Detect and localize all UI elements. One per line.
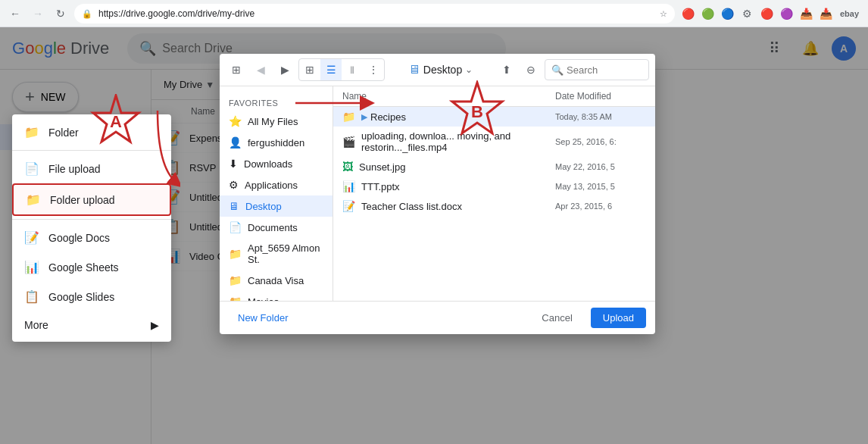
picker-search-box[interactable]: 🔍 bbox=[545, 59, 649, 80]
picker-back-button[interactable]: ◀ bbox=[250, 59, 271, 80]
google-slides-icon: 📋 bbox=[24, 289, 39, 304]
picker-sidebar-label-downloads: Downloads bbox=[244, 158, 292, 170]
dropdown-item-folder-upload[interactable]: 📁 Folder upload bbox=[12, 183, 171, 216]
picker-location-chevron: ⌄ bbox=[465, 64, 473, 75]
back-button[interactable]: ← bbox=[6, 5, 24, 23]
dropdown-divider-1 bbox=[12, 150, 171, 151]
annotation-b-label: B bbox=[471, 102, 483, 122]
picker-sidebar-documents[interactable]: 📄 Documents bbox=[220, 217, 333, 238]
dropdown-google-sheets-label: Google Sheets bbox=[48, 261, 119, 274]
extension-icon-3[interactable]: 🔵 bbox=[719, 5, 737, 23]
picker-info-button[interactable]: ⊖ bbox=[520, 59, 542, 80]
annotation-a: A bbox=[89, 94, 142, 149]
picker-file-name-2: Sunset.jpg bbox=[359, 161, 555, 173]
picker-file-name-4: Teacher Class list.docx bbox=[361, 201, 555, 212]
ebay-ext[interactable]: ebay bbox=[837, 9, 862, 18]
picker-list-view[interactable]: ☰ bbox=[320, 59, 342, 80]
extension-icon-6[interactable]: 🟣 bbox=[778, 5, 796, 23]
picker-sidebar-movies[interactable]: 📁 Movies bbox=[220, 291, 333, 301]
picker-sidebar-label-apt: Apt_5659 Almon St. bbox=[248, 242, 323, 265]
picker-sidebar-downloads[interactable]: ⬇ Downloads bbox=[220, 153, 333, 174]
dropdown-more-label: More bbox=[24, 319, 48, 331]
picker-file-name-3: TTT.pptx bbox=[361, 181, 555, 192]
picker-sidebar-label-desktop: Desktop bbox=[245, 201, 282, 212]
picker-sidebar-canada-visa[interactable]: 📁 Canada Visa bbox=[220, 270, 333, 291]
dropdown-google-docs-label: Google Docs bbox=[48, 232, 110, 244]
file-picker-toolbar: ⊞ ◀ ▶ ⊞ ☰ ⫴ ⋮ 🖥 Desktop ⌄ ⬆ ⊖ 🔍 bbox=[220, 54, 655, 86]
picker-col-date: Date Modified bbox=[555, 91, 646, 102]
documents-icon: 📄 bbox=[229, 221, 242, 233]
picker-sidebar: Favorites ⭐ All My Files 👤 fergushidden … bbox=[220, 86, 333, 301]
picker-search-input[interactable] bbox=[567, 64, 642, 76]
picker-sidebar-all-my-files[interactable]: ⭐ All My Files bbox=[220, 111, 333, 132]
browser-chrome: ← → ↻ 🔒 ☆ 🔴 🟢 🔵 ⚙ 🔴 🟣 📥 📥 ebay bbox=[0, 0, 868, 27]
address-bar[interactable] bbox=[74, 4, 675, 23]
extension-icon-8[interactable]: 📥 bbox=[817, 5, 835, 23]
picker-share-button[interactable]: ⬆ bbox=[496, 59, 517, 80]
picker-forward-button[interactable]: ▶ bbox=[274, 59, 295, 80]
picker-file-date-4: Apr 23, 2015, 6 bbox=[555, 202, 646, 211]
picker-file-date-0: Today, 8:35 AM bbox=[555, 112, 646, 121]
picker-footer-buttons: Cancel Upload bbox=[529, 308, 646, 328]
movies-icon: 📁 bbox=[229, 295, 242, 301]
file-picker: ⊞ ◀ ▶ ⊞ ☰ ⫴ ⋮ 🖥 Desktop ⌄ ⬆ ⊖ 🔍 bbox=[220, 54, 655, 334]
picker-sidebar-label-documents: Documents bbox=[248, 222, 298, 233]
picker-sort-options[interactable]: ⋮ bbox=[363, 59, 384, 80]
upload-button[interactable]: Upload bbox=[591, 308, 646, 328]
dropdown-item-file-upload[interactable]: 📄 File upload bbox=[12, 154, 171, 183]
picker-file-icon-2: 🖼 bbox=[342, 161, 353, 173]
picker-sidebar-fergus[interactable]: 👤 fergushidden bbox=[220, 132, 333, 153]
new-folder-button[interactable]: New Folder bbox=[229, 308, 297, 328]
picker-file-icon-4: 📝 bbox=[342, 200, 355, 212]
picker-file-icon-0: 📁 bbox=[342, 111, 355, 123]
picker-location: 🖥 Desktop ⌄ bbox=[388, 63, 493, 77]
picker-sidebar-applications[interactable]: ⚙ Applications bbox=[220, 174, 333, 195]
picker-column-view[interactable]: ⫴ bbox=[342, 59, 363, 80]
dropdown-item-google-docs[interactable]: 📝 Google Docs bbox=[12, 223, 171, 252]
picker-icon-view[interactable]: ⊞ bbox=[299, 59, 320, 80]
app-container: Google Drive 🔍 ⠿ 🔔 A + NEW 🗂 My Drive ▼ bbox=[0, 27, 868, 444]
desktop-icon: 🖥 bbox=[229, 200, 239, 212]
google-sheets-icon: 📊 bbox=[24, 260, 39, 274]
extension-icon-1[interactable]: 🔴 bbox=[679, 5, 698, 23]
apt-icon: 📁 bbox=[229, 248, 242, 260]
picker-file-date-2: May 22, 2016, 5 bbox=[555, 162, 646, 171]
picker-view-toggle: ⊞ ☰ ⫴ ⋮ bbox=[298, 58, 385, 81]
picker-file-row[interactable]: 🖼 Sunset.jpg May 22, 2016, 5 bbox=[333, 157, 655, 177]
picker-file-row[interactable]: 📊 TTT.pptx May 13, 2015, 5 bbox=[333, 177, 655, 196]
lock-icon: 🔒 bbox=[82, 8, 92, 18]
dropdown-google-slides-label: Google Slides bbox=[48, 291, 114, 303]
picker-file-date-3: May 13, 2015, 5 bbox=[555, 182, 646, 191]
picker-actions: ⬆ ⊖ 🔍 bbox=[496, 59, 649, 80]
refresh-button[interactable]: ↻ bbox=[52, 5, 70, 23]
file-upload-icon: 📄 bbox=[24, 161, 39, 176]
extension-icon-5[interactable]: 🔴 bbox=[758, 5, 776, 23]
dropdown-item-google-slides[interactable]: 📋 Google Slides bbox=[12, 282, 171, 311]
picker-footer: New Folder Cancel Upload bbox=[220, 301, 655, 334]
picker-file-row[interactable]: 📝 Teacher Class list.docx Apr 23, 2015, … bbox=[333, 196, 655, 216]
folder-upload-icon: 📁 bbox=[26, 192, 41, 207]
picker-file-date-1: Sep 25, 2016, 6: bbox=[555, 137, 646, 146]
picker-sidebar-label-fergus: fergushidden bbox=[248, 137, 304, 149]
extension-icon-4[interactable]: ⚙ bbox=[738, 5, 757, 23]
extension-icon-2[interactable]: 🟢 bbox=[699, 5, 717, 23]
picker-grid-icon[interactable]: ⊞ bbox=[226, 59, 247, 80]
dropdown-folder-upload-label: Folder upload bbox=[50, 194, 115, 206]
picker-sidebar-label-applications: Applications bbox=[245, 180, 298, 191]
picker-sidebar-desktop[interactable]: 🖥 Desktop bbox=[220, 195, 333, 217]
picker-file-icon-1: 🎬 bbox=[342, 136, 355, 148]
expand-icon-0: ▶ bbox=[361, 112, 367, 122]
picker-sidebar-apt[interactable]: 📁 Apt_5659 Almon St. bbox=[220, 238, 333, 270]
dropdown-item-google-sheets[interactable]: 📊 Google Sheets bbox=[12, 252, 171, 282]
extension-icon-7[interactable]: 📥 bbox=[798, 5, 816, 23]
fergus-icon: 👤 bbox=[229, 136, 242, 149]
dropdown-item-more[interactable]: More ▶ bbox=[12, 311, 171, 339]
picker-sidebar-label-canada: Canada Visa bbox=[248, 275, 304, 286]
forward-button[interactable]: → bbox=[29, 5, 47, 23]
canada-visa-icon: 📁 bbox=[229, 274, 242, 286]
picker-file-icon-3: 📊 bbox=[342, 180, 355, 192]
cancel-button[interactable]: Cancel bbox=[529, 308, 584, 328]
downloads-icon: ⬇ bbox=[229, 158, 238, 170]
folder-icon: 📁 bbox=[24, 125, 39, 139]
dropdown-folder-label: Folder bbox=[48, 127, 79, 139]
